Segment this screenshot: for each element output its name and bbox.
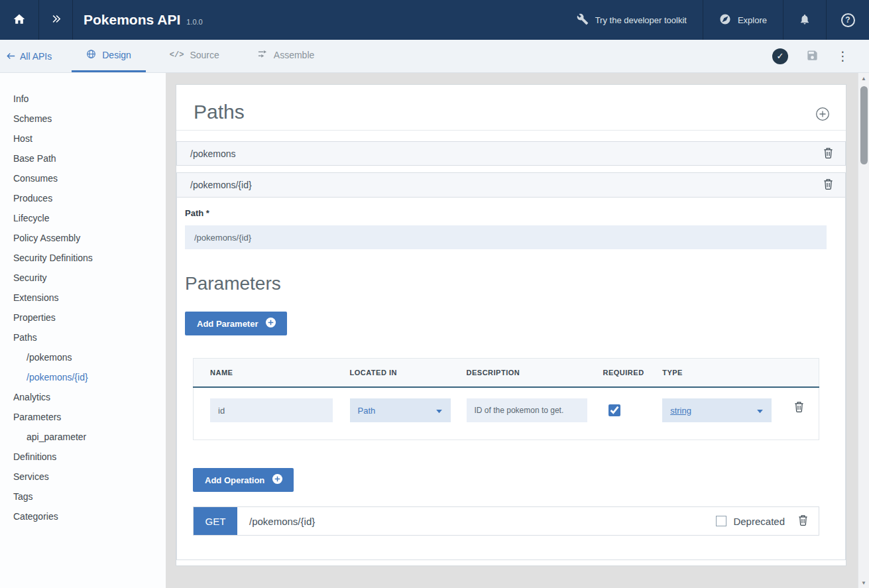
tab-design[interactable]: Design [72, 40, 146, 72]
column-header-located-in: LOCATED IN [342, 359, 459, 388]
sidebar-item-parameters[interactable]: Parameters [0, 407, 166, 427]
page-title: Paths [194, 101, 245, 123]
notifications-button[interactable] [783, 0, 826, 40]
sidebar-item-properties[interactable]: Properties [0, 308, 166, 327]
plus-circle-icon [815, 107, 830, 123]
sidebar-item-security-definitions[interactable]: Security Definitions [0, 248, 166, 268]
sidebar-item-api-parameter[interactable]: api_parameter [0, 427, 166, 447]
parameter-description-input[interactable] [467, 398, 587, 422]
required-checkbox[interactable] [608, 404, 620, 416]
sidebar-item-lifecycle[interactable]: Lifecycle [0, 208, 166, 228]
scroll-up-arrow[interactable]: ▲ [858, 73, 869, 84]
sidebar-item-categories[interactable]: Categories [0, 506, 166, 526]
operation-row-get[interactable]: GET /pokemons/{id} Deprecated [193, 506, 819, 536]
scrollbar-thumb[interactable] [860, 86, 868, 164]
parameter-name-input[interactable] [210, 398, 333, 422]
globe-icon [86, 49, 96, 61]
tab-source-label: Source [190, 50, 219, 60]
path-input[interactable] [185, 225, 827, 249]
add-parameter-label: Add Parameter [197, 319, 258, 329]
tab-assemble[interactable]: Assemble [243, 40, 329, 72]
deprecated-label: Deprecated [733, 516, 785, 527]
vertical-scrollbar: ▲ ▼ [858, 73, 869, 588]
parameters-title: Parameters [185, 273, 827, 294]
add-operation-button[interactable]: Add Operation [193, 468, 294, 492]
validation-status-icon: ✓ [772, 48, 788, 64]
column-header-actions [783, 359, 819, 388]
help-icon: ? [841, 13, 855, 27]
api-title: Pokemons API [84, 12, 180, 28]
delete-operation-button[interactable] [795, 512, 811, 530]
type-select[interactable]: string [662, 398, 772, 422]
sidebar-item-info[interactable]: Info [0, 89, 166, 109]
trash-icon [794, 401, 804, 414]
explore-link[interactable]: Explore [703, 0, 783, 40]
sidebar-item-paths[interactable]: Paths [0, 327, 166, 347]
delete-path-pokemons-id-button[interactable] [821, 176, 836, 194]
sidebar-item-produces[interactable]: Produces [0, 188, 166, 208]
column-header-description: DESCRIPTION [459, 359, 595, 388]
tab-source[interactable]: </> Source [155, 40, 234, 72]
plus-icon [265, 317, 276, 330]
chevron-down-icon [756, 406, 764, 416]
paths-card: Paths /pokemons [176, 84, 846, 566]
located-in-value: Path [358, 406, 376, 416]
double-chevron-icon [50, 14, 62, 26]
path-group-pokemons-id: /pokemons/{id} Path * Parameters [176, 172, 846, 560]
help-button[interactable]: ? [827, 0, 869, 40]
operation-path: /pokemons/{id} [249, 516, 315, 527]
back-arrow-icon [7, 51, 15, 62]
developer-toolkit-link[interactable]: Try the developer toolkit [561, 0, 703, 40]
located-in-select[interactable]: Path [350, 398, 451, 422]
parameters-table: NAME LOCATED IN DESCRIPTION REQUIRED TYP… [193, 358, 819, 440]
path-row-pokemons[interactable]: /pokemons [176, 141, 846, 166]
add-path-button[interactable] [815, 107, 830, 123]
home-button[interactable] [0, 0, 38, 40]
sidebar-item-extensions[interactable]: Extensions [0, 288, 166, 308]
sidebar-item-security[interactable]: Security [0, 268, 166, 288]
top-header: Pokemons API 1.0.0 Try the developer too… [0, 0, 869, 40]
sidebar-item-policy-assembly[interactable]: Policy Assembly [0, 228, 166, 248]
add-operation-label: Add Operation [205, 475, 264, 485]
api-version: 1.0.0 [186, 18, 202, 26]
sidebar-item-path-pokemons[interactable]: /pokemons [0, 347, 166, 367]
save-button[interactable] [806, 49, 819, 64]
sidebar-item-analytics[interactable]: Analytics [0, 387, 166, 407]
scroll-down-arrow[interactable]: ▼ [858, 577, 869, 588]
sidebar-item-base-path[interactable]: Base Path [0, 148, 166, 168]
delete-parameter-button[interactable] [791, 398, 807, 417]
sidebar-item-tags[interactable]: Tags [0, 487, 166, 506]
path-row-label: /pokemons [190, 148, 235, 159]
editor-toolbar: All APIs Design </> Source Assemble ✓ [0, 40, 869, 73]
add-parameter-button[interactable]: Add Parameter [185, 312, 287, 335]
trash-icon [823, 178, 833, 192]
bell-icon [799, 13, 811, 27]
sidebar-item-path-pokemons-id[interactable]: /pokemons/{id} [0, 367, 166, 387]
tab-design-label: Design [102, 50, 131, 60]
deprecated-checkbox[interactable] [716, 516, 726, 526]
sidebar-item-definitions[interactable]: Definitions [0, 447, 166, 467]
sidebar-item-consumes[interactable]: Consumes [0, 168, 166, 188]
sidebar-item-schemes[interactable]: Schemes [0, 109, 166, 129]
delete-path-pokemons-button[interactable] [821, 145, 836, 163]
developer-toolkit-label: Try the developer toolkit [595, 15, 687, 25]
path-row-pokemons-id[interactable]: /pokemons/{id} [177, 173, 845, 198]
sidebar-item-services[interactable]: Services [0, 467, 166, 487]
all-apis-label: All APIs [20, 51, 52, 62]
app-window: Pokemons API 1.0.0 Try the developer too… [0, 0, 869, 588]
section-sidebar: Info Schemes Host Base Path Consumes Pro… [0, 73, 166, 588]
parameter-row: Path [194, 387, 819, 440]
explore-label: Explore [738, 15, 767, 25]
sidebar-item-host[interactable]: Host [0, 129, 166, 148]
wrench-icon [577, 13, 589, 27]
column-header-type: TYPE [654, 359, 783, 388]
home-icon [13, 13, 26, 28]
breadcrumb-expand-button[interactable] [39, 0, 72, 40]
all-apis-link[interactable]: All APIs [7, 40, 52, 72]
type-value: string [670, 406, 691, 416]
path-row-label: /pokemons/{id} [190, 180, 252, 190]
chevron-down-icon [435, 406, 443, 416]
overflow-menu-button[interactable]: ⋮ [837, 50, 849, 62]
content-area: Info Schemes Host Base Path Consumes Pro… [0, 73, 869, 588]
kebab-menu-icon: ⋮ [837, 50, 849, 62]
